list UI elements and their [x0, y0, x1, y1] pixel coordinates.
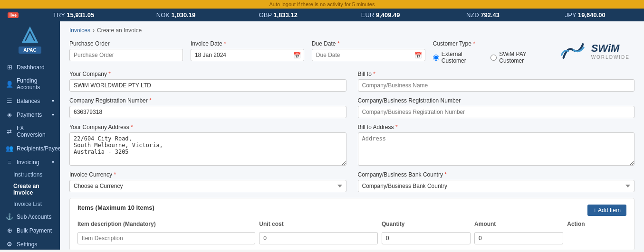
currency-eur: EUR 9,409.49	[329, 11, 432, 19]
sidebar-item-settings[interactable]: ⚙ Settings	[0, 237, 60, 250]
swim-pay-logo-icon	[19, 26, 41, 45]
company-reg-number-input[interactable]	[69, 106, 346, 118]
sidebar-item-sub-accounts-label: Sub Accounts	[17, 214, 51, 220]
sidebar-item-invoicing[interactable]: ≡ Invoicing ▾	[0, 155, 60, 169]
sidebar-item-invoice-list[interactable]: Invoice List	[0, 198, 60, 210]
sidebar-item-funding-accounts[interactable]: 👤 Funding Accounts	[0, 74, 60, 94]
currency-nzd: NZD 792.43	[432, 11, 534, 19]
company-bank-country-label: Company/Business Bank Country *	[358, 171, 635, 178]
company-biz-reg-number-label: Company/Business Registration Number	[358, 97, 635, 104]
balances-icon: ☰	[6, 97, 13, 104]
your-company-address-input[interactable]: 22/604 City Road, South Melbourne, Victo…	[69, 132, 346, 166]
table-row	[77, 232, 626, 244]
external-customer-option[interactable]: External Customer	[433, 51, 483, 64]
sidebar: APAC ⊞ Dashboard 👤 Funding Accounts ☰ Ba…	[0, 21, 60, 250]
sidebar-item-instructions-label: Instructions	[13, 171, 42, 178]
sidebar-item-recipients-payees[interactable]: 👥 Recipients/Payees	[0, 141, 60, 155]
item-action	[567, 232, 626, 244]
live-badge: live	[8, 12, 19, 18]
col-header-description: Item description (Mandatory)	[77, 221, 255, 229]
breadcrumb-parent[interactable]: Invoices	[69, 27, 90, 34]
items-section: Items (Maximum 10 Items) + Add Item Item…	[69, 198, 634, 250]
sidebar-item-bulk-payment[interactable]: ⊕ Bulk Payment	[0, 224, 60, 237]
purchase-order-input[interactable]	[69, 49, 183, 61]
auto-logout-banner: Auto logout if there is no activity for …	[0, 0, 644, 9]
swimpay-customer-option[interactable]: SWiM PAY Customer	[490, 51, 546, 64]
bill-to-address-label: Bill to Address *	[358, 124, 635, 131]
invoice-currency-select[interactable]: Choose a Currency	[69, 180, 346, 192]
col-header-quantity: Quantity	[382, 221, 471, 229]
sidebar-item-fx-conversion-label: FX Conversion	[17, 125, 54, 138]
sidebar-item-recipients-label: Recipients/Payees	[17, 145, 64, 152]
sidebar-logo: APAC	[13, 26, 47, 54]
sidebar-item-sub-accounts[interactable]: ⚓ Sub Accounts	[0, 210, 60, 224]
currency-try: TRY 15,931.05	[22, 11, 125, 19]
breadcrumb-separator: ›	[93, 27, 95, 34]
sidebar-item-create-invoice-label: Create an Invoice	[13, 183, 54, 196]
balances-arrow-icon: ▾	[52, 98, 54, 103]
purchase-order-label: Purchase Order	[69, 40, 183, 47]
external-customer-radio[interactable]	[433, 55, 439, 61]
your-company-input[interactable]	[69, 79, 346, 92]
sidebar-item-payments-label: Payments	[17, 112, 42, 118]
company-reg-number-label: Company Registration Number *	[69, 97, 346, 104]
sidebar-item-fx-conversion[interactable]: ⇄ FX Conversion	[0, 121, 60, 141]
settings-icon: ⚙	[6, 241, 13, 248]
add-item-button[interactable]: + Add Item	[587, 205, 626, 216]
sidebar-item-funding-accounts-label: Funding Accounts	[17, 77, 54, 91]
invoice-date-calendar-icon[interactable]: 📅	[293, 52, 301, 59]
currency-gbp: GBP 1,833.12	[227, 11, 329, 19]
swim-worldwide-logo: SWiM WORLDWIDE	[559, 40, 630, 62]
due-date-calendar-icon[interactable]: 📅	[414, 52, 422, 59]
payments-arrow-icon: ▾	[52, 112, 54, 117]
col-header-unit-cost: Unit cost	[259, 221, 378, 229]
logo-apac-label: APAC	[19, 47, 41, 54]
sidebar-nav: ⊞ Dashboard 👤 Funding Accounts ☰ Balance…	[0, 60, 60, 250]
invoice-currency-label: Invoice Currency *	[69, 171, 346, 178]
due-date-input[interactable]	[312, 49, 425, 61]
due-date-label: Due Date *	[312, 40, 425, 47]
sidebar-item-balances-label: Balances	[17, 98, 40, 104]
currency-jpy: JPY 19,640.00	[534, 11, 636, 19]
bill-to-address-input[interactable]	[358, 132, 635, 166]
invoicing-arrow-icon: ▾	[52, 159, 54, 165]
breadcrumb-current: Create an Invoice	[97, 27, 142, 34]
company-biz-reg-number-input[interactable]	[358, 106, 635, 118]
currency-nok: NOK 1,030.19	[125, 11, 227, 19]
swimpay-customer-radio[interactable]	[490, 55, 497, 61]
funding-accounts-icon: 👤	[6, 81, 13, 88]
your-company-label: Your Company *	[69, 71, 346, 77]
sidebar-item-invoice-list-label: Invoice List	[13, 201, 42, 207]
col-header-action: Action	[567, 221, 626, 229]
sub-accounts-icon: ⚓	[6, 213, 13, 220]
invoice-date-label: Invoice Date *	[191, 40, 304, 47]
item-quantity-input[interactable]	[382, 232, 471, 244]
recipients-icon: 👥	[6, 145, 13, 152]
items-table-header: Item description (Mandatory) Unit cost Q…	[77, 221, 626, 229]
sidebar-item-create-invoice[interactable]: Create an Invoice	[0, 180, 60, 198]
company-bank-country-select[interactable]: Company/Business Bank Country	[358, 180, 635, 192]
sidebar-item-instructions[interactable]: Instructions	[0, 169, 60, 180]
col-header-amount: Amount	[474, 221, 563, 229]
item-description-input[interactable]	[77, 232, 255, 244]
item-amount-input[interactable]	[474, 232, 563, 244]
main-content: Invoices › Create an Invoice Purchase Or…	[60, 21, 644, 250]
swim-worldwide-text: SWiM	[591, 42, 630, 55]
fx-conversion-icon: ⇄	[6, 128, 13, 135]
sidebar-item-payments[interactable]: ◈ Payments ▾	[0, 108, 60, 121]
customer-type-radio-group: External Customer SWiM PAY Customer	[433, 51, 547, 64]
bill-to-input[interactable]	[358, 79, 635, 92]
sidebar-item-balances[interactable]: ☰ Balances ▾	[0, 94, 60, 108]
sidebar-item-dashboard-label: Dashboard	[17, 64, 45, 71]
sidebar-item-dashboard[interactable]: ⊞ Dashboard	[0, 60, 60, 74]
breadcrumb: Invoices › Create an Invoice	[69, 27, 634, 34]
item-unit-cost-input[interactable]	[259, 232, 378, 244]
invoice-date-input[interactable]	[191, 49, 304, 61]
bill-to-label: Bill to *	[358, 71, 635, 77]
invoicing-icon: ≡	[6, 159, 13, 166]
items-section-title: Items (Maximum 10 Items)	[77, 204, 154, 211]
swim-worldwide-logo-icon	[559, 40, 587, 62]
sidebar-item-invoicing-label: Invoicing	[17, 159, 39, 166]
sidebar-item-bulk-payment-label: Bulk Payment	[17, 227, 52, 234]
dashboard-icon: ⊞	[6, 64, 13, 71]
